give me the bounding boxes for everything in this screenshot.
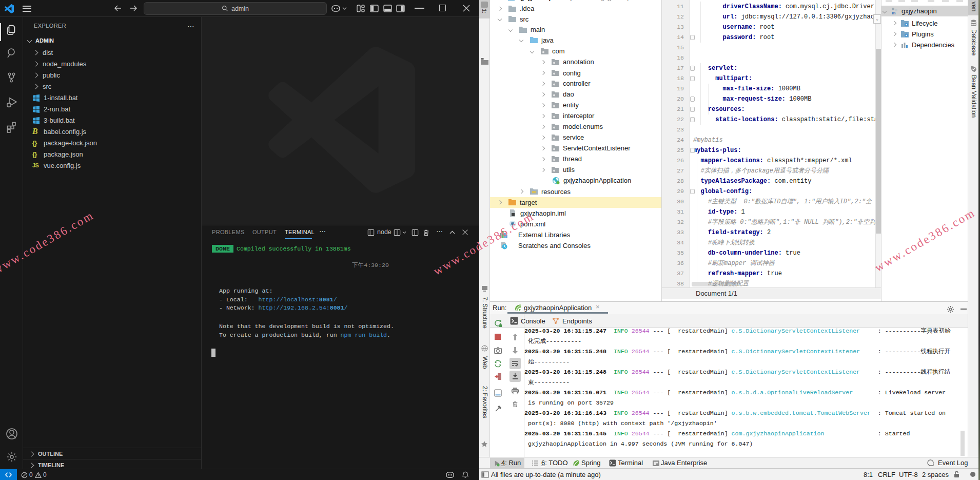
svg-text:m: m bbox=[892, 10, 896, 15]
